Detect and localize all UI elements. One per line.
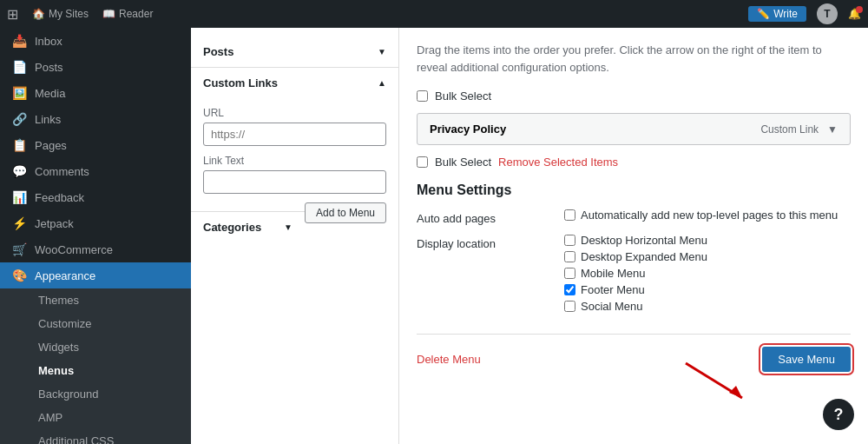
- user-avatar[interactable]: T: [817, 3, 838, 24]
- add-to-menu-button[interactable]: Add to Menu: [305, 202, 386, 223]
- info-text: Drag the items into the order you prefer…: [417, 42, 851, 76]
- woocommerce-icon: 🛒: [10, 242, 28, 256]
- menu-settings-title: Menu Settings: [417, 182, 851, 198]
- desktop-expanded-checkbox[interactable]: [564, 251, 575, 262]
- posts-accordion-header[interactable]: Posts ▼: [191, 36, 398, 67]
- url-field-row: URL: [203, 107, 386, 146]
- menu-settings-grid: Auto add pages Automatically add new top…: [417, 209, 851, 316]
- custom-links-content: URL Link Text Add to Menu: [191, 98, 398, 211]
- sidebar-item-links[interactable]: 🔗 Links: [0, 106, 191, 132]
- help-bubble[interactable]: ?: [823, 399, 854, 430]
- wp-icon[interactable]: ⊞: [7, 6, 18, 23]
- sidebar-item-themes[interactable]: Themes: [0, 288, 191, 312]
- bulk-select-row-bottom: Bulk Select Remove Selected Items: [417, 156, 851, 169]
- bulk-select-row-top: Bulk Select: [417, 89, 851, 103]
- privacy-policy-menu-item: Privacy Policy Custom Link ▼: [417, 113, 851, 145]
- sidebar: 📥 Inbox 📄 Posts 🖼️ Media 🔗 Links 📋 Pages…: [0, 28, 191, 444]
- sidebar-item-posts[interactable]: 📄 Posts: [0, 54, 191, 80]
- reader-link[interactable]: 📖 Reader: [102, 8, 153, 20]
- sidebar-item-widgets[interactable]: Widgets: [0, 335, 191, 359]
- custom-links-accordion-header[interactable]: Custom Links ▲: [191, 67, 398, 98]
- social-menu-row: Social Menu: [564, 300, 851, 313]
- desktop-expanded-row: Desktop Expanded Menu: [564, 250, 851, 263]
- sidebar-item-amp[interactable]: AMP: [0, 406, 191, 429]
- posts-accordion-arrow: ▼: [378, 47, 386, 56]
- save-menu-button[interactable]: Save Menu: [762, 347, 851, 372]
- display-location-checkboxes: Desktop Horizontal Menu Desktop Expanded…: [564, 234, 851, 316]
- links-icon: 🔗: [10, 112, 28, 126]
- sidebar-item-menus[interactable]: Menus: [0, 359, 191, 382]
- my-sites-link[interactable]: 🏠 My Sites: [32, 8, 89, 20]
- bulk-select-checkbox-top[interactable]: [417, 90, 428, 102]
- social-menu-checkbox[interactable]: [564, 301, 575, 312]
- sidebar-item-feedback[interactable]: 📊 Feedback: [0, 184, 191, 210]
- appearance-icon: 🎨: [10, 268, 28, 282]
- custom-links-accordion-arrow: ▲: [378, 78, 386, 88]
- footer-actions: Delete Menu Save Menu: [417, 334, 851, 372]
- auto-add-pages-row: Automatically add new top-level pages to…: [564, 209, 851, 222]
- appearance-submenu: Themes Customize Widgets Menus Backgroun…: [0, 288, 191, 444]
- link-text-field-row: Link Text: [203, 155, 386, 194]
- desktop-horizontal-checkbox[interactable]: [564, 235, 575, 246]
- sidebar-item-background[interactable]: Background: [0, 382, 191, 406]
- sidebar-item-pages[interactable]: 📋 Pages: [0, 132, 191, 158]
- remove-selected-link[interactable]: Remove Selected Items: [498, 156, 618, 169]
- notifications-bell[interactable]: 🔔: [848, 8, 861, 20]
- auto-add-pages-checkbox[interactable]: [564, 209, 575, 221]
- top-bar-right: ✏️ Write T 🔔: [748, 3, 861, 24]
- comments-icon: 💬: [10, 164, 28, 178]
- sidebar-item-inbox[interactable]: 📥 Inbox: [0, 28, 191, 54]
- sidebar-item-additional-css[interactable]: Additional CSS: [0, 429, 191, 444]
- top-bar-left: ⊞ 🏠 My Sites 📖 Reader: [7, 6, 153, 23]
- write-button[interactable]: ✏️ Write: [748, 6, 806, 22]
- sidebar-item-woocommerce[interactable]: 🛒 WooCommerce: [0, 236, 191, 262]
- inbox-icon: 📥: [10, 34, 28, 48]
- top-bar: ⊞ 🏠 My Sites 📖 Reader ✏️ Write T 🔔: [0, 0, 868, 28]
- mobile-menu-row: Mobile Menu: [564, 267, 851, 280]
- sidebar-item-appearance[interactable]: 🎨 Appearance: [0, 262, 191, 288]
- sidebar-item-comments[interactable]: 💬 Comments: [0, 158, 191, 184]
- svg-marker-1: [729, 386, 742, 398]
- url-input[interactable]: [203, 123, 386, 146]
- footer-menu-checkbox[interactable]: [564, 284, 575, 295]
- main-layout: 📥 Inbox 📄 Posts 🖼️ Media 🔗 Links 📋 Pages…: [0, 28, 868, 444]
- feedback-icon: 📊: [10, 190, 28, 204]
- sidebar-item-jetpack[interactable]: ⚡ Jetpack: [0, 210, 191, 236]
- delete-menu-link[interactable]: Delete Menu: [417, 353, 481, 366]
- desktop-horizontal-row: Desktop Horizontal Menu: [564, 234, 851, 247]
- right-panel: Drag the items into the order you prefer…: [399, 28, 868, 444]
- footer-menu-row: Footer Menu: [564, 283, 851, 296]
- media-icon: 🖼️: [10, 86, 28, 100]
- middle-panel: Posts ▼ Custom Links ▲ URL Link Text Add…: [191, 28, 399, 444]
- link-text-input[interactable]: [203, 170, 386, 194]
- notification-badge: [856, 6, 863, 13]
- categories-accordion-header[interactable]: Categories ▼: [191, 211, 305, 242]
- categories-accordion-arrow: ▼: [284, 222, 293, 232]
- posts-icon: 📄: [10, 60, 28, 74]
- bulk-select-checkbox-bottom[interactable]: [417, 156, 428, 168]
- mobile-menu-checkbox[interactable]: [564, 268, 575, 279]
- menu-item-expand-arrow[interactable]: ▼: [827, 123, 838, 136]
- sidebar-item-media[interactable]: 🖼️ Media: [0, 80, 191, 106]
- pages-icon: 📋: [10, 138, 28, 152]
- jetpack-icon: ⚡: [10, 216, 28, 230]
- sidebar-item-customize[interactable]: Customize: [0, 312, 191, 335]
